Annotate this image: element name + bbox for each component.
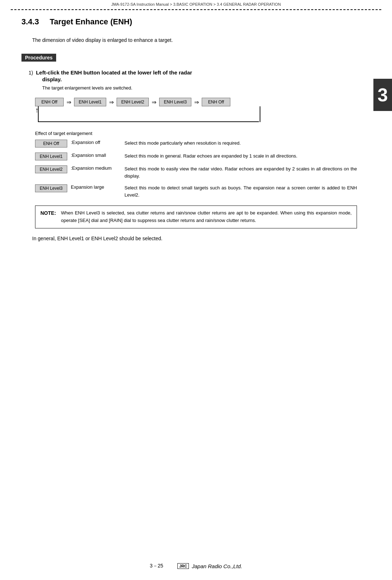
effect-label-0: :Expansion off: [67, 140, 124, 145]
step-number: 1): [29, 70, 33, 76]
intro-text: The dimension of video display is enlarg…: [32, 37, 371, 43]
effect-desc-3: Select this mode to detect small targets…: [124, 184, 357, 198]
effect-row-3: ENH Level3 Expansion large Select this m…: [35, 184, 357, 198]
enh-box-level2: ENH Level2: [117, 98, 149, 106]
enh-flow-diagram: ENH Off ⇒ ENH Level1 ⇒ ENH Level2 ⇒ ENH …: [35, 98, 357, 124]
enh-flow-row: ENH Off ⇒ ENH Level1 ⇒ ENH Level2 ⇒ ENH …: [35, 98, 230, 106]
effect-row-1: ENH Level1 :Expansion small Select this …: [35, 153, 357, 160]
section-heading: 3.4.3 Target Enhance (ENH): [21, 17, 371, 26]
enh-box-level3: ENH Level3: [159, 98, 191, 106]
effect-box-2: ENH Level2: [35, 165, 67, 173]
effect-desc-1: Select this mode in general. Radar echoe…: [124, 153, 357, 160]
step-instruction-line1: Left-click the ENH button located at the…: [36, 69, 192, 76]
effect-row-2: ENH Level2 :Expansion medium Select this…: [35, 165, 357, 179]
effect-row-0: ENH Off :Expansion off Select this mode …: [35, 140, 357, 148]
closing-text: In general, ENH Level1 or ENH Level2 sho…: [32, 236, 371, 241]
procedures-label: Procedures: [21, 54, 56, 62]
effect-section: Effect of target enlargement ENH Off :Ex…: [35, 131, 357, 198]
effect-box-0: ENH Off: [35, 140, 67, 148]
page-number: 3－25: [150, 563, 163, 569]
effect-label-3: Expansion large: [67, 184, 124, 190]
step-description: The target enlargement levels are switch…: [42, 85, 371, 91]
step-instruction-line2: display.: [42, 76, 371, 82]
breadcrumb: JMA-9172-SA Instruction Manual > 3.BASIC…: [0, 0, 392, 8]
jrc-label: JRC: [177, 563, 189, 569]
note-text: When ENH Level3 is selected, sea clutter…: [61, 209, 352, 224]
enh-arrow-1: ⇒: [67, 99, 71, 106]
note-box: NOTE: When ENH Level3 is selected, sea c…: [35, 206, 357, 228]
effect-label-2: :Expansion medium: [67, 165, 124, 171]
procedures-container: Procedures: [21, 54, 371, 66]
chapter-tab: 3: [373, 79, 392, 111]
effect-title: Effect of target enlargement: [35, 131, 357, 136]
loop-back-arrow: ↑: [35, 106, 260, 124]
company-name: Japan Radio Co.,Ltd.: [192, 563, 242, 569]
effect-box-3: ENH Level3: [35, 184, 67, 192]
section-number: 3.4.3: [21, 17, 39, 26]
footer-logo: JRC Japan Radio Co.,Ltd.: [177, 563, 242, 569]
enh-box-off-1: ENH Off: [35, 98, 64, 106]
note-label: NOTE:: [40, 210, 56, 216]
enh-box-level1: ENH Level1: [74, 98, 106, 106]
page-footer: 3－25 JRC Japan Radio Co.,Ltd.: [0, 563, 392, 569]
effect-desc-0: Select this mode particularly when resol…: [124, 140, 357, 147]
step-1: 1)Left-click the ENH button located at t…: [29, 69, 371, 91]
enh-arrow-4: ⇒: [194, 99, 199, 106]
effect-desc-2: Select this mode to easily view the rada…: [124, 165, 357, 179]
effect-label-1: :Expansion small: [67, 153, 124, 158]
enh-arrow-2: ⇒: [109, 99, 114, 106]
section-title: Target Enhance (ENH): [50, 17, 132, 26]
effect-box-1: ENH Level1: [35, 153, 67, 160]
enh-arrow-3: ⇒: [152, 99, 156, 106]
enh-box-off-2: ENH Off: [202, 98, 230, 106]
